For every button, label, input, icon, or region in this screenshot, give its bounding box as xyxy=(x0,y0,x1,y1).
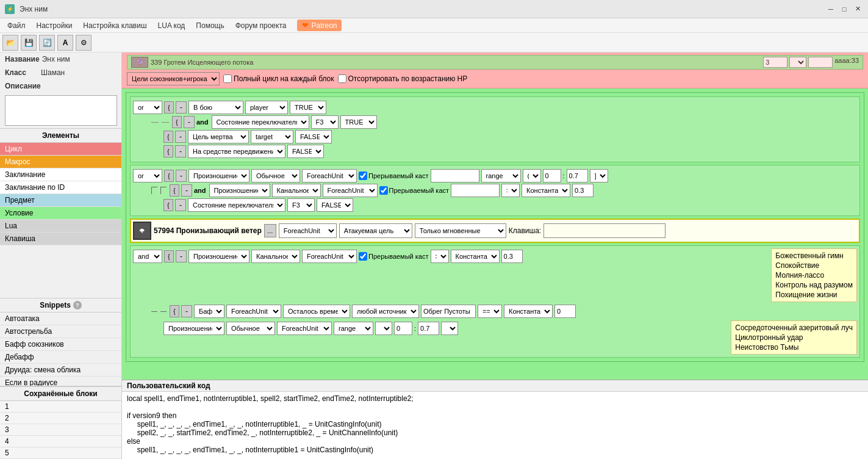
sidebar-item-cycle[interactable]: Цикл xyxy=(0,143,121,156)
baf-source[interactable]: любой источник xyxy=(352,305,419,318)
spell-key-input[interactable] xyxy=(543,223,665,238)
menu-help[interactable]: Помощь xyxy=(191,20,229,31)
minus-btn-1[interactable]: - xyxy=(176,101,187,114)
scroll-input2[interactable] xyxy=(808,57,833,68)
baf-spell[interactable] xyxy=(421,305,476,318)
saved-block-5[interactable]: 5 xyxy=(0,447,121,459)
cond-type-4[interactable]: На средстве передвижения xyxy=(188,145,285,158)
dropdown-item-5[interactable]: Похищение жизни xyxy=(773,290,855,300)
brace-open-btn-2[interactable]: { xyxy=(172,116,182,128)
brace-btn-c3[interactable]: { xyxy=(163,199,173,211)
b3-unit[interactable]: ForeachUnit xyxy=(302,250,357,263)
cond-val-1[interactable]: TRUE xyxy=(290,101,326,114)
interrupt-cb-1[interactable] xyxy=(359,172,367,180)
menu-keybinds[interactable]: Настройка клавиш xyxy=(78,20,151,31)
sidebar-item-lua[interactable]: Lua xyxy=(0,220,121,233)
baf-val[interactable] xyxy=(554,305,576,318)
cast-subtype-2[interactable]: Канальное xyxy=(272,184,321,197)
brace-open-btn-4[interactable]: { xyxy=(163,145,173,157)
last-dropdown-item-2[interactable]: Циклотронный удар xyxy=(733,333,855,342)
menu-file[interactable]: Файл xyxy=(2,20,30,31)
saved-block-2[interactable]: 2 xyxy=(0,413,121,424)
toolbar-save-btn[interactable]: 💾 xyxy=(21,35,37,51)
cast-val-3[interactable]: FALSE xyxy=(317,198,353,212)
cast-key-3[interactable]: F3 xyxy=(287,198,315,212)
interrupt-cb-2[interactable] xyxy=(379,186,388,195)
spell-target-select[interactable]: Атакуемая цель xyxy=(339,223,412,238)
sidebar-item-item[interactable]: Предмет xyxy=(0,194,121,207)
minimize-button[interactable]: ─ xyxy=(825,4,836,15)
toolbar-a-btn[interactable]: A xyxy=(57,35,73,51)
last-val2[interactable] xyxy=(418,322,439,335)
snippet-buffalies[interactable]: Бафф союзников xyxy=(0,338,121,351)
baf-unit[interactable]: ForeachUnit xyxy=(226,305,281,318)
title-bar-controls[interactable]: ─ □ ✕ xyxy=(825,4,863,15)
cast-val1-1[interactable] xyxy=(543,169,561,183)
snippet-druid[interactable]: Друида: смена облика xyxy=(0,364,121,377)
toolbar-reload-btn[interactable]: 🔄 xyxy=(39,35,55,51)
cond-val-3[interactable]: FALSE xyxy=(295,130,332,143)
toolbar-settings-btn[interactable]: ⚙ xyxy=(76,35,91,51)
last-bracket1[interactable]: ( xyxy=(375,322,392,335)
cond-key-2[interactable]: F3 xyxy=(311,115,339,129)
brace-btn-c1[interactable]: { xyxy=(164,170,174,182)
toolbar-open-btn[interactable]: 📂 xyxy=(2,35,18,51)
minus-btn-c3[interactable]: - xyxy=(175,199,186,211)
minus-btn-2[interactable]: - xyxy=(184,116,195,128)
cond-val-2[interactable]: TRUE xyxy=(340,115,377,129)
b3-interrupt-cb[interactable] xyxy=(359,252,367,261)
saved-block-3[interactable]: 3 xyxy=(0,424,121,436)
brace-btn-c2[interactable]: { xyxy=(170,184,179,197)
dropdown-item-4[interactable]: Контроль над разумом xyxy=(773,280,855,290)
cast-unit-2[interactable]: ForeachUnit xyxy=(323,184,378,197)
sidebar-item-spellid[interactable]: Заклинание по ID xyxy=(0,181,121,194)
baf-minus[interactable]: - xyxy=(181,305,192,317)
dropdown-item-2[interactable]: Спокойствие xyxy=(773,261,855,270)
cast-compare-1[interactable]: range xyxy=(481,169,521,183)
cycle-type-select[interactable]: Цели союзников+игрока xyxy=(127,72,220,85)
brace-open-btn-3[interactable]: { xyxy=(163,131,173,143)
snippet-autoshot[interactable]: Автострельба xyxy=(0,325,121,338)
baf-compare[interactable]: == xyxy=(478,305,502,318)
baf-brace[interactable]: { xyxy=(170,305,179,317)
last-val1[interactable] xyxy=(394,322,412,335)
cast-source-2[interactable]: Константа xyxy=(522,184,570,197)
b3-source[interactable]: Константа xyxy=(451,250,500,263)
close-button[interactable]: ✕ xyxy=(852,4,863,15)
minus-btn-c1[interactable]: - xyxy=(176,170,187,182)
logic-select-3[interactable]: and xyxy=(133,250,162,263)
sidebar-item-macro[interactable]: Макрос xyxy=(0,156,121,168)
patreon-button[interactable]: ❤ Patreon xyxy=(297,20,342,31)
cast-unit-1[interactable]: ForeachUnit xyxy=(302,169,357,183)
desc-textarea[interactable] xyxy=(5,95,117,126)
last-dropdown-item-3[interactable]: Неистовство Тьмы xyxy=(733,342,855,352)
cond-type-2[interactable]: Состояние переключателя xyxy=(212,115,309,129)
last-dropdown-item-1[interactable]: Сосредоточенный азеритовый луч xyxy=(733,323,855,333)
spell-casttype-select[interactable]: Только мгновенные xyxy=(415,223,506,238)
sort-checkbox[interactable] xyxy=(338,74,346,83)
minus-btn-b3[interactable]: - xyxy=(176,250,187,262)
cond-type-1[interactable]: В бою xyxy=(188,101,243,114)
full-cycle-checkbox[interactable] xyxy=(223,74,232,83)
menu-settings[interactable]: Настройки xyxy=(32,20,77,31)
menu-forum[interactable]: Форум проекта xyxy=(231,20,292,31)
scroll-select1[interactable] xyxy=(789,57,806,68)
last-cast-unit[interactable]: ForeachUnit xyxy=(277,322,332,335)
cast-compare-2[interactable]: > xyxy=(501,184,520,197)
cast-spell-1[interactable] xyxy=(431,169,479,183)
snippet-autoattack[interactable]: Автоатака xyxy=(0,313,121,325)
saved-block-1[interactable]: 1 xyxy=(0,401,121,413)
b3-val[interactable] xyxy=(501,250,523,263)
cond-unit-3[interactable]: target xyxy=(251,130,293,143)
b3-subtype[interactable]: Канальное xyxy=(251,250,300,263)
minus-btn-c2[interactable]: - xyxy=(181,184,192,197)
cast-bracket1-1[interactable]: ( xyxy=(523,169,541,183)
cast-val-2[interactable] xyxy=(572,184,594,197)
cast-val2-1[interactable] xyxy=(567,169,588,183)
cast-type-1[interactable]: Произношение xyxy=(188,169,249,183)
brace-btn-b3[interactable]: { xyxy=(164,250,174,262)
sidebar-item-spell[interactable]: Заклинание xyxy=(0,168,121,181)
code-content[interactable]: local spell1, endTime1, notInterruptible… xyxy=(122,392,868,459)
cond-val-4[interactable]: FALSE xyxy=(287,145,324,158)
spell-unit-select[interactable]: ForeachUnit xyxy=(279,223,337,238)
